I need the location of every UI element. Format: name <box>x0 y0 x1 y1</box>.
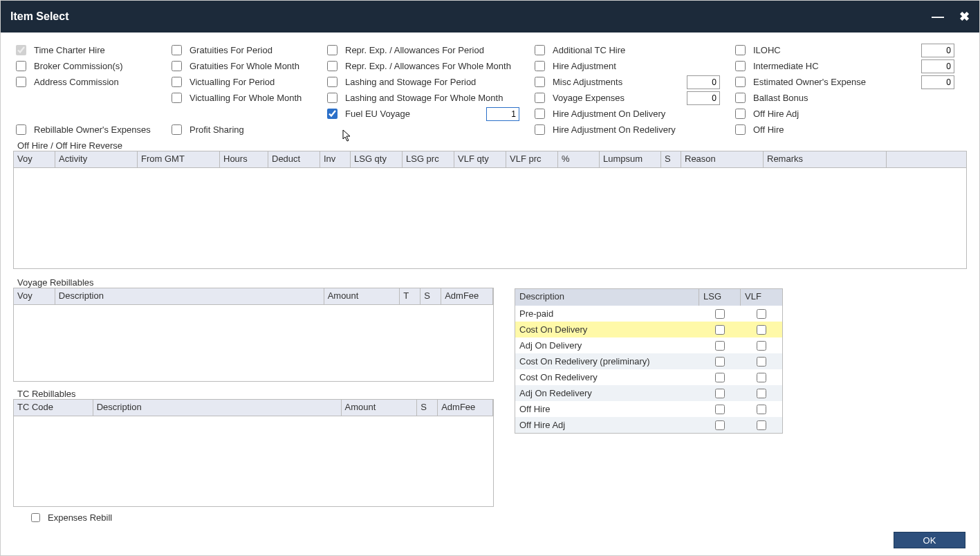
col-header[interactable]: S <box>420 288 441 304</box>
vlf-checkbox[interactable] <box>757 420 766 430</box>
checkbox-repr_period[interactable] <box>327 45 338 55</box>
vlf-checkbox[interactable] <box>757 325 766 335</box>
checkbox-off_hire_adj[interactable] <box>735 109 746 119</box>
lsg-checkbox[interactable] <box>715 373 725 382</box>
desc-row[interactable]: Adj On Delivery <box>515 337 782 353</box>
col-header[interactable]: Lumpsum <box>600 151 661 167</box>
col-header[interactable]: LSG prc <box>403 151 454 167</box>
checkbox-gratuities_period[interactable] <box>172 45 182 55</box>
checkbox-fuel_eu[interactable] <box>327 109 338 119</box>
col-header[interactable]: TC Code <box>14 400 93 416</box>
checkbox-rebillable_owners_expenses[interactable] <box>16 124 26 135</box>
col-header[interactable]: Voy <box>14 151 55 167</box>
checkbox-profit_sharing[interactable] <box>172 124 182 135</box>
col-header[interactable]: S <box>417 400 438 416</box>
col-header[interactable]: Amount <box>342 400 418 416</box>
col-header[interactable]: Activity <box>55 151 138 167</box>
voyage-rebill-grid[interactable]: VoyDescriptionAmountTSAdmFee <box>13 288 494 382</box>
input-ilohc[interactable] <box>921 44 954 57</box>
minimize-icon[interactable]: — <box>932 10 944 24</box>
close-icon[interactable]: ✖ <box>959 9 970 24</box>
col-header[interactable]: From GMT <box>138 151 220 167</box>
col-header[interactable]: Amount <box>324 288 400 304</box>
label-victualling_period: Victualling For Period <box>189 77 275 87</box>
vlf-checkbox[interactable] <box>757 341 766 351</box>
checkbox-victualling_month[interactable] <box>172 93 182 103</box>
col-header[interactable]: % <box>558 151 600 167</box>
lsg-checkbox[interactable] <box>715 309 725 319</box>
col-header[interactable]: AdmFee <box>438 400 493 416</box>
checkbox-hire_adj_redel[interactable] <box>535 124 545 135</box>
lsg-checkbox[interactable] <box>715 341 725 351</box>
col-header[interactable]: VLF prc <box>506 151 558 167</box>
desc-row[interactable]: Cost On Redelivery (preliminary) <box>515 353 782 369</box>
checkbox-misc_adj[interactable] <box>535 77 545 87</box>
checkbox-off_hire[interactable] <box>735 124 746 135</box>
checkbox-intermediate_hc[interactable] <box>735 61 746 71</box>
col-header[interactable]: S <box>661 151 681 167</box>
checkbox-voyage_exp[interactable] <box>535 93 545 103</box>
tc-rebill-grid[interactable]: TC CodeDescriptionAmountSAdmFee <box>13 399 494 507</box>
input-est_owner_exp[interactable] <box>921 75 954 89</box>
col-header[interactable]: Voy <box>14 288 55 304</box>
checkbox-victualling_period[interactable] <box>172 77 182 87</box>
lsg-checkbox[interactable] <box>715 389 725 398</box>
lsg-checkbox[interactable] <box>715 405 725 414</box>
checkbox-hire_adj_del[interactable] <box>535 109 545 119</box>
lsg-checkbox[interactable] <box>715 420 725 430</box>
checkbox-broker_commissions[interactable] <box>16 61 26 71</box>
checkbox-lashing_period[interactable] <box>327 77 338 87</box>
col-header[interactable]: Hours <box>220 151 268 167</box>
desc-row[interactable]: Cost On Redelivery <box>515 369 782 385</box>
col-header[interactable]: LSG qty <box>351 151 403 167</box>
checkbox-est_owner_exp[interactable] <box>735 77 746 87</box>
desc-row[interactable]: Adj On Redelivery <box>515 385 782 401</box>
col-header[interactable]: T <box>400 288 420 304</box>
desc-cell: Adj On Delivery <box>515 339 699 352</box>
desc-col-header[interactable]: Description <box>515 289 699 306</box>
col-header[interactable]: Description <box>93 400 342 416</box>
desc-row[interactable]: Off Hire Adj <box>515 417 782 433</box>
options-columns: Time Charter HireBroker Commission(s)Add… <box>13 42 967 138</box>
lsg-checkbox[interactable] <box>715 357 725 367</box>
col-header[interactable]: VLF qty <box>454 151 506 167</box>
col-header[interactable]: Reason <box>681 151 764 167</box>
vlf-checkbox[interactable] <box>757 357 766 367</box>
input-fuel_eu[interactable] <box>486 107 519 121</box>
offhire-grid[interactable]: VoyActivityFrom GMTHoursDeductInvLSG qty… <box>13 151 967 269</box>
checkbox-ballast_bonus[interactable] <box>735 93 746 103</box>
col-header[interactable]: AdmFee <box>441 288 493 304</box>
input-voyage_exp[interactable] <box>687 91 720 105</box>
checkbox-ilohc[interactable] <box>735 45 746 55</box>
vlf-checkbox[interactable] <box>757 309 766 319</box>
label-repr_month: Repr. Exp. / Allowances For Whole Month <box>345 61 511 71</box>
col-header[interactable]: Inv <box>320 151 351 167</box>
checkbox-address_commission[interactable] <box>16 77 26 87</box>
col-header[interactable]: Description <box>55 288 324 304</box>
col-header[interactable]: Deduct <box>268 151 320 167</box>
checkbox-time_charter_hire[interactable] <box>16 45 26 55</box>
checkbox-repr_month[interactable] <box>327 61 338 71</box>
desc-row[interactable]: Pre-paid <box>515 306 782 322</box>
expenses-rebill-checkbox[interactable] <box>31 513 40 522</box>
checkbox-hire_adj[interactable] <box>535 61 545 71</box>
vlf-checkbox[interactable] <box>757 373 766 382</box>
lsg-checkbox[interactable] <box>715 325 725 335</box>
col-header[interactable]: Remarks <box>764 151 887 167</box>
option-intermediate_hc: Intermediate HC <box>732 58 967 74</box>
input-misc_adj[interactable] <box>687 75 720 89</box>
checkbox-additional_tc[interactable] <box>535 45 545 55</box>
checkbox-lashing_month[interactable] <box>327 93 338 103</box>
desc-col-header[interactable]: VLF <box>741 289 782 306</box>
desc-col-header[interactable]: LSG <box>699 289 741 306</box>
desc-table[interactable]: DescriptionLSGVLF Pre-paidCost On Delive… <box>515 288 783 434</box>
ok-button[interactable]: OK <box>894 532 965 548</box>
label-hire_adj_redel: Hire Adjustment On Redelivery <box>553 124 676 135</box>
label-fuel_eu: Fuel EU Voyage <box>345 109 410 119</box>
desc-row[interactable]: Off Hire <box>515 401 782 417</box>
input-intermediate_hc[interactable] <box>921 59 954 73</box>
vlf-checkbox[interactable] <box>757 389 766 398</box>
desc-row[interactable]: Cost On Delivery <box>515 322 782 337</box>
checkbox-gratuities_month[interactable] <box>172 61 182 71</box>
vlf-checkbox[interactable] <box>757 405 766 414</box>
